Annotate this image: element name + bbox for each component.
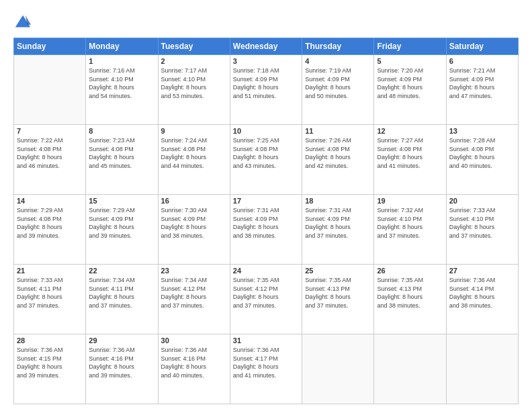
day-cell: 24Sunrise: 7:35 AM Sunset: 4:12 PM Dayli… <box>230 265 302 334</box>
day-cell: 7Sunrise: 7:22 AM Sunset: 4:08 PM Daylig… <box>14 125 86 195</box>
calendar-table: SundayMondayTuesdayWednesdayThursdayFrid… <box>13 38 519 404</box>
day-cell: 18Sunrise: 7:31 AM Sunset: 4:09 PM Dayli… <box>302 195 374 265</box>
day-info: Sunrise: 7:26 AM Sunset: 4:08 PM Dayligh… <box>305 136 371 170</box>
day-number: 24 <box>233 267 299 275</box>
day-number: 29 <box>89 336 154 345</box>
day-number: 6 <box>449 57 515 65</box>
day-info: Sunrise: 7:20 AM Sunset: 4:09 PM Dayligh… <box>377 66 443 100</box>
day-info: Sunrise: 7:25 AM Sunset: 4:08 PM Dayligh… <box>233 136 299 170</box>
logo-icon <box>13 13 32 32</box>
day-info: Sunrise: 7:23 AM Sunset: 4:08 PM Dayligh… <box>89 136 154 170</box>
day-number: 15 <box>89 197 154 205</box>
day-cell: 30Sunrise: 7:36 AM Sunset: 4:16 PM Dayli… <box>158 334 230 404</box>
day-number: 10 <box>233 127 299 135</box>
day-info: Sunrise: 7:36 AM Sunset: 4:17 PM Dayligh… <box>233 346 299 379</box>
day-number: 8 <box>89 127 154 135</box>
day-info: Sunrise: 7:16 AM Sunset: 4:10 PM Dayligh… <box>89 66 154 100</box>
day-cell: 26Sunrise: 7:35 AM Sunset: 4:13 PM Dayli… <box>374 265 446 334</box>
day-number: 20 <box>449 197 515 205</box>
logo <box>13 13 35 32</box>
col-header-thursday: Thursday <box>302 38 374 55</box>
day-number: 17 <box>233 197 299 205</box>
day-cell: 6Sunrise: 7:21 AM Sunset: 4:09 PM Daylig… <box>446 55 518 125</box>
day-cell: 2Sunrise: 7:17 AM Sunset: 4:10 PM Daylig… <box>158 55 230 125</box>
day-info: Sunrise: 7:24 AM Sunset: 4:08 PM Dayligh… <box>161 136 227 170</box>
week-row-3: 14Sunrise: 7:29 AM Sunset: 4:08 PM Dayli… <box>14 195 519 265</box>
day-number: 9 <box>161 127 227 135</box>
day-cell: 12Sunrise: 7:27 AM Sunset: 4:08 PM Dayli… <box>374 125 446 195</box>
day-number: 5 <box>377 57 443 65</box>
col-header-sunday: Sunday <box>14 38 86 55</box>
day-number: 27 <box>449 267 515 275</box>
day-info: Sunrise: 7:19 AM Sunset: 4:09 PM Dayligh… <box>305 66 371 100</box>
day-info: Sunrise: 7:22 AM Sunset: 4:08 PM Dayligh… <box>17 136 83 170</box>
day-info: Sunrise: 7:28 AM Sunset: 4:08 PM Dayligh… <box>449 136 515 170</box>
col-header-tuesday: Tuesday <box>158 38 230 55</box>
day-info: Sunrise: 7:31 AM Sunset: 4:09 PM Dayligh… <box>233 206 299 240</box>
day-cell <box>446 334 518 404</box>
day-info: Sunrise: 7:36 AM Sunset: 4:16 PM Dayligh… <box>89 346 154 379</box>
day-cell: 1Sunrise: 7:16 AM Sunset: 4:10 PM Daylig… <box>86 55 158 125</box>
day-number: 26 <box>377 267 443 275</box>
header <box>13 11 519 32</box>
day-info: Sunrise: 7:31 AM Sunset: 4:09 PM Dayligh… <box>305 206 371 240</box>
day-number: 13 <box>449 127 515 135</box>
page: SundayMondayTuesdayWednesdayThursdayFrid… <box>0 0 532 411</box>
day-cell: 19Sunrise: 7:32 AM Sunset: 4:10 PM Dayli… <box>374 195 446 265</box>
day-info: Sunrise: 7:27 AM Sunset: 4:08 PM Dayligh… <box>377 136 443 170</box>
day-cell: 23Sunrise: 7:34 AM Sunset: 4:12 PM Dayli… <box>158 265 230 334</box>
day-cell: 13Sunrise: 7:28 AM Sunset: 4:08 PM Dayli… <box>446 125 518 195</box>
day-info: Sunrise: 7:21 AM Sunset: 4:09 PM Dayligh… <box>449 66 515 100</box>
day-cell <box>302 334 374 404</box>
day-cell: 31Sunrise: 7:36 AM Sunset: 4:17 PM Dayli… <box>230 334 302 404</box>
day-number: 14 <box>17 197 83 205</box>
day-cell: 4Sunrise: 7:19 AM Sunset: 4:09 PM Daylig… <box>302 55 374 125</box>
day-cell: 3Sunrise: 7:18 AM Sunset: 4:09 PM Daylig… <box>230 55 302 125</box>
day-number: 12 <box>377 127 443 135</box>
day-cell: 28Sunrise: 7:36 AM Sunset: 4:15 PM Dayli… <box>14 334 86 404</box>
day-info: Sunrise: 7:35 AM Sunset: 4:13 PM Dayligh… <box>377 276 443 310</box>
day-number: 22 <box>89 267 154 275</box>
day-cell: 21Sunrise: 7:33 AM Sunset: 4:11 PM Dayli… <box>14 265 86 334</box>
day-cell: 11Sunrise: 7:26 AM Sunset: 4:08 PM Dayli… <box>302 125 374 195</box>
week-row-1: 1Sunrise: 7:16 AM Sunset: 4:10 PM Daylig… <box>14 55 519 125</box>
day-number: 1 <box>89 57 154 65</box>
day-cell <box>374 334 446 404</box>
day-number: 2 <box>161 57 227 65</box>
day-number: 11 <box>305 127 371 135</box>
day-cell: 5Sunrise: 7:20 AM Sunset: 4:09 PM Daylig… <box>374 55 446 125</box>
day-number: 3 <box>233 57 299 65</box>
col-header-monday: Monday <box>86 38 158 55</box>
day-number: 30 <box>161 336 227 345</box>
week-row-4: 21Sunrise: 7:33 AM Sunset: 4:11 PM Dayli… <box>14 265 519 334</box>
day-cell <box>14 55 86 125</box>
header-row: SundayMondayTuesdayWednesdayThursdayFrid… <box>14 38 519 55</box>
day-cell: 14Sunrise: 7:29 AM Sunset: 4:08 PM Dayli… <box>14 195 86 265</box>
day-cell: 22Sunrise: 7:34 AM Sunset: 4:11 PM Dayli… <box>86 265 158 334</box>
week-row-5: 28Sunrise: 7:36 AM Sunset: 4:15 PM Dayli… <box>14 334 519 404</box>
day-info: Sunrise: 7:36 AM Sunset: 4:16 PM Dayligh… <box>161 346 227 379</box>
day-number: 18 <box>305 197 371 205</box>
day-info: Sunrise: 7:29 AM Sunset: 4:08 PM Dayligh… <box>17 206 83 240</box>
week-row-2: 7Sunrise: 7:22 AM Sunset: 4:08 PM Daylig… <box>14 125 519 195</box>
day-cell: 27Sunrise: 7:36 AM Sunset: 4:14 PM Dayli… <box>446 265 518 334</box>
day-cell: 9Sunrise: 7:24 AM Sunset: 4:08 PM Daylig… <box>158 125 230 195</box>
day-info: Sunrise: 7:29 AM Sunset: 4:09 PM Dayligh… <box>89 206 154 240</box>
day-number: 16 <box>161 197 227 205</box>
day-number: 4 <box>305 57 371 65</box>
day-info: Sunrise: 7:18 AM Sunset: 4:09 PM Dayligh… <box>233 66 299 100</box>
day-cell: 17Sunrise: 7:31 AM Sunset: 4:09 PM Dayli… <box>230 195 302 265</box>
day-info: Sunrise: 7:33 AM Sunset: 4:11 PM Dayligh… <box>17 276 83 310</box>
col-header-saturday: Saturday <box>446 38 518 55</box>
day-cell: 25Sunrise: 7:35 AM Sunset: 4:13 PM Dayli… <box>302 265 374 334</box>
day-info: Sunrise: 7:17 AM Sunset: 4:10 PM Dayligh… <box>161 66 227 100</box>
day-cell: 29Sunrise: 7:36 AM Sunset: 4:16 PM Dayli… <box>86 334 158 404</box>
day-info: Sunrise: 7:35 AM Sunset: 4:13 PM Dayligh… <box>305 276 371 310</box>
day-number: 25 <box>305 267 371 275</box>
day-info: Sunrise: 7:34 AM Sunset: 4:12 PM Dayligh… <box>161 276 227 310</box>
day-cell: 10Sunrise: 7:25 AM Sunset: 4:08 PM Dayli… <box>230 125 302 195</box>
day-cell: 20Sunrise: 7:33 AM Sunset: 4:10 PM Dayli… <box>446 195 518 265</box>
day-info: Sunrise: 7:36 AM Sunset: 4:14 PM Dayligh… <box>449 276 515 310</box>
day-number: 19 <box>377 197 443 205</box>
day-cell: 16Sunrise: 7:30 AM Sunset: 4:09 PM Dayli… <box>158 195 230 265</box>
